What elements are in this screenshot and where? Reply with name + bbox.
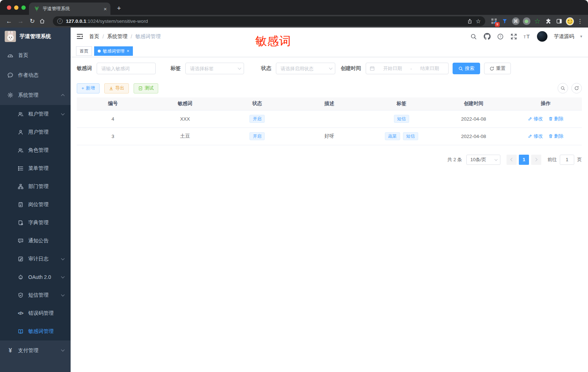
browser-tab[interactable]: 芋道管理系统 × [29,3,110,15]
browser-profile-button[interactable] [566,17,574,26]
add-button[interactable]: + 新增 [77,83,100,93]
reset-button[interactable]: 重置 [484,63,511,74]
prev-page-button[interactable] [507,155,517,165]
sidebar-logo-row[interactable]: 芋道管理系统 [0,28,71,45]
font-size-button[interactable]: TT [524,33,531,40]
search-button[interactable]: 搜索 [453,63,480,74]
chevron-left-icon [511,158,514,162]
side-panel-button[interactable] [555,17,563,26]
sidebar-item-oauth2[interactable]: OAuth 2.0 [0,268,71,286]
extension-recorder-button[interactable] [522,17,531,26]
sidebar-item-role-management[interactable]: 角色管理 [0,141,71,159]
sidebar-item-user-management[interactable]: 用户管理 [0,123,71,141]
close-window-button[interactable] [7,5,11,10]
url-bar[interactable]: i 127.0.0.1:1024/system/sensitive-word ☆ [53,16,485,26]
sidebar-item-payment-management[interactable]: ¥ 支付管理 [0,340,71,360]
cell-word: 土豆 [149,128,221,145]
page-content: 敏感词 标签 状态 创建时间 开始日期 [71,57,588,372]
export-button[interactable]: 导出 [104,83,129,93]
username[interactable]: 芋道源码 [554,33,574,40]
status-select[interactable] [276,63,335,74]
page-size-select[interactable]: 10条/页 [466,155,500,165]
sidebar-item-department-management[interactable]: 部门管理 [0,177,71,196]
reload-button[interactable]: ↻ [28,17,37,25]
delete-link[interactable]: 删除 [549,116,563,122]
header-search-button[interactable] [470,33,477,40]
minimize-window-button[interactable] [14,5,18,10]
next-page-button[interactable] [531,155,541,165]
sidebar-item-label: 审计日志 [28,256,57,262]
url-text: 127.0.0.1:1024/system/sensitive-word [66,18,464,24]
toggle-search-button[interactable] [558,83,568,93]
window-controls [7,5,26,10]
edit-link[interactable]: 修改 [528,116,543,122]
github-link[interactable] [483,33,491,40]
sidebar-item-dict-management[interactable]: 字典管理 [0,214,71,232]
keyword-input[interactable] [97,63,156,74]
sidebar-item-error-code-management[interactable]: </> 错误码管理 [0,304,71,322]
browser-toolbar: ← → ↻ i 127.0.0.1:1024/system/sensitive-… [0,15,588,28]
forward-button[interactable]: → [16,18,25,25]
goto-label: 前往 [547,156,557,163]
site-info-icon[interactable]: i [57,18,63,24]
status-select-input[interactable] [276,63,335,74]
sidebar-item-sensitive-word-management[interactable]: 敏感词管理 [0,322,71,340]
zoom-window-button[interactable] [21,5,26,10]
sidebar-item-audit-log[interactable]: 审计日志 [0,250,71,268]
browser-menu-button[interactable]: ⋮ [576,18,584,25]
col-header-status: 状态 [221,97,293,110]
extension-star-button[interactable]: ☆ [533,17,542,26]
extension-funnel-button[interactable] [500,17,509,26]
tab-close-icon[interactable]: × [104,6,107,12]
sidebar-item-label: 用户管理 [28,129,64,135]
user-avatar[interactable] [537,31,547,42]
extension-grid-button[interactable]: 9 [490,17,498,26]
extension-command-button[interactable]: ⌘ [511,17,520,26]
date-range-picker[interactable]: 开始日期 - 结束日期 [366,63,449,74]
fullscreen-button[interactable] [510,33,517,40]
tag-view-sensitive-word[interactable]: 敏感词管理 × [94,46,133,56]
delete-link[interactable]: 删除 [549,133,563,139]
sidebar-item-menu-management[interactable]: 菜单管理 [0,159,71,177]
home-button[interactable] [39,18,49,24]
edit-link[interactable]: 修改 [528,133,543,139]
badge-icon [17,202,24,208]
tag-close-icon[interactable]: × [127,49,129,54]
sidebar-item-post-management[interactable]: 岗位管理 [0,196,71,214]
goto-page-input[interactable] [560,155,574,165]
refresh-table-button[interactable] [571,83,582,93]
add-button-label: 新增 [86,85,95,91]
tag-view-home[interactable]: 首页 [76,46,92,56]
date-start-placeholder: 开始日期 [378,65,407,72]
collapse-sidebar-button[interactable] [76,33,83,39]
breadcrumb-home[interactable]: 首页 [89,33,99,40]
sidebar-item-label: 角色管理 [28,147,64,154]
sidebar-item-tenant-management[interactable]: 租户管理 [0,105,71,123]
back-button[interactable]: ← [4,18,14,25]
bookmark-button[interactable]: ☆ [476,18,481,25]
sidebar-item-system-management[interactable]: 系统管理 [0,85,71,105]
sidebar-item-label: 通知公告 [28,238,64,244]
tag-select[interactable] [185,63,244,74]
sidebar-item-notice[interactable]: 通知公告 [0,232,71,250]
cell-status: 开启 [221,128,293,145]
share-button[interactable] [467,18,472,24]
page-number-1[interactable]: 1 [519,155,529,165]
tag-select-input[interactable] [185,63,244,74]
document-check-icon [138,86,143,91]
date-label: 创建时间 [341,65,361,72]
cell-actions: 修改 删除 [510,128,582,145]
sidebar-item-sms-management[interactable]: 短信管理 [0,286,71,304]
user-menu-caret-icon[interactable]: ▾ [580,34,582,39]
sidebar-item-home[interactable]: 首页 [0,45,71,65]
new-tab-button[interactable]: + [117,4,121,12]
sidebar-item-label: 菜单管理 [28,165,64,172]
help-button[interactable]: ? [497,33,504,40]
tag-view-label: 首页 [80,48,88,54]
extensions-menu-button[interactable] [544,17,553,26]
puzzle-icon [545,18,551,24]
breadcrumb-system[interactable]: 系统管理 [107,33,127,40]
test-button[interactable]: 测试 [134,83,158,93]
sidebar-item-author-news[interactable]: 作者动态 [0,65,71,85]
chevron-down-icon [61,112,65,115]
